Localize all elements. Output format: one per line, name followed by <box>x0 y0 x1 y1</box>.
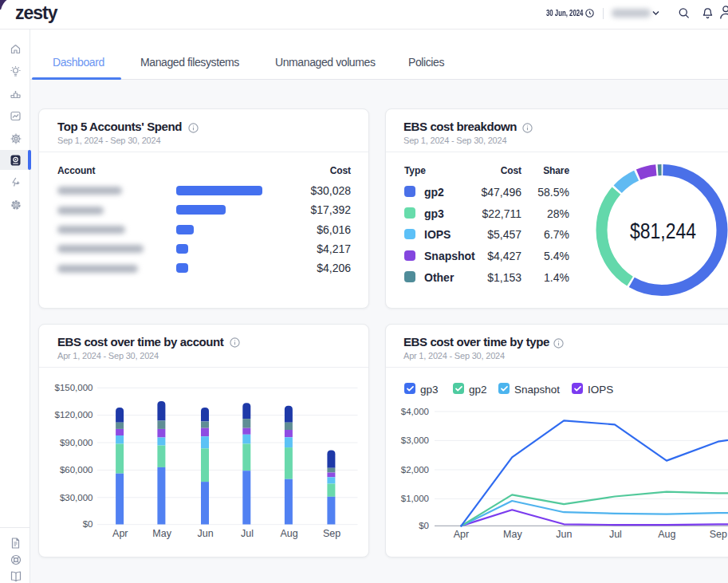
svg-text:$30,000: $30,000 <box>60 493 93 502</box>
svg-text:$2,000: $2,000 <box>401 465 429 475</box>
svg-text:$60,000: $60,000 <box>60 465 93 475</box>
svg-text:Sep: Sep <box>710 529 727 540</box>
svg-text:Sep: Sep <box>323 528 340 539</box>
svg-text:Jun: Jun <box>198 528 214 539</box>
svg-text:Aug: Aug <box>280 528 297 539</box>
svg-text:$120,000: $120,000 <box>55 410 93 420</box>
svg-text:$3,000: $3,000 <box>401 435 429 445</box>
svg-text:May: May <box>503 529 522 540</box>
svg-text:May: May <box>152 528 171 539</box>
svg-text:Jul: Jul <box>241 528 254 539</box>
svg-text:$90,000: $90,000 <box>60 438 93 447</box>
svg-text:$1,000: $1,000 <box>401 494 429 503</box>
svg-text:$81,244: $81,244 <box>630 219 696 243</box>
svg-text:$150,000: $150,000 <box>55 383 93 392</box>
svg-text:$0: $0 <box>419 521 429 530</box>
svg-text:Apr: Apr <box>112 528 128 539</box>
svg-text:$0: $0 <box>83 519 93 529</box>
svg-text:Aug: Aug <box>658 529 675 540</box>
svg-text:Apr: Apr <box>454 529 469 540</box>
svg-text:$4,000: $4,000 <box>401 407 429 416</box>
svg-text:Jun: Jun <box>556 529 572 540</box>
svg-text:Jul: Jul <box>609 529 622 540</box>
